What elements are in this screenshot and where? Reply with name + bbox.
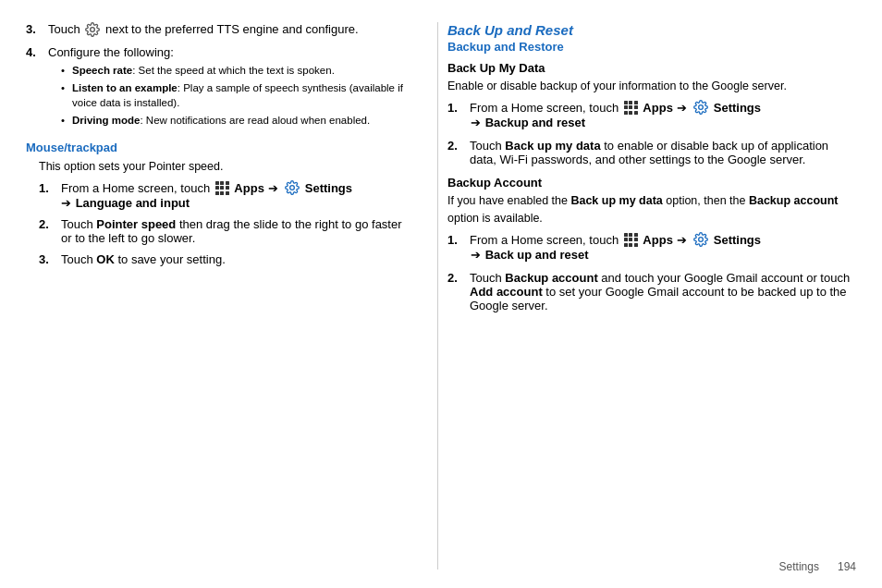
item-3-content: Touch next to the preferred TTS engine a… xyxy=(48,22,410,38)
apps-grid-icon xyxy=(215,181,229,195)
backup-my-data-para: Enable or disable backup of your informa… xyxy=(447,78,856,95)
item-3-num: 3. xyxy=(26,22,44,36)
ba-apps-label: Apps xyxy=(643,233,676,247)
item-3-text-post: next to the preferred TTS engine and con… xyxy=(105,22,359,36)
bullet-item-1: Speech rate: Set the speed at which the … xyxy=(61,63,410,78)
svg-point-2 xyxy=(699,105,704,110)
footer: Settings 194 xyxy=(779,560,856,573)
mouse-item-3-content: Touch OK to save your setting. xyxy=(61,252,410,266)
left-column: 3. Touch next to the preferred TTS engin… xyxy=(26,22,437,570)
backup-item-2-content: Touch Back up my data to enable or disab… xyxy=(470,139,856,166)
ba-item-2-pre: Touch xyxy=(470,271,505,285)
settings-gear-icon xyxy=(285,180,300,195)
mouse-item-2-pre: Touch xyxy=(61,217,96,231)
item-4-text: Configure the following: xyxy=(48,45,174,59)
mouse-item-3: 3. Touch OK to save your setting. xyxy=(39,252,410,266)
backup-my-data-bold: Back up my data xyxy=(570,194,662,207)
backup-account-term: Backup account xyxy=(505,271,597,285)
mouse-item-3-post: to save your setting. xyxy=(115,252,226,266)
backup-account-item-1-num: 1. xyxy=(447,233,466,247)
mouse-item-1-num: 1. xyxy=(39,181,57,195)
add-account-term: Add account xyxy=(470,285,543,299)
page: 3. Touch next to the preferred TTS engin… xyxy=(0,0,882,588)
backup-arrow-2: ➔ xyxy=(471,116,481,129)
svg-point-3 xyxy=(699,238,704,242)
backup-account-mid: option, then the xyxy=(663,194,749,207)
backup-account-item-1-content: From a Home screen, touch Apps ➔ Setting… xyxy=(470,233,856,263)
bullet-list: Speech rate: Set the speed at which the … xyxy=(61,63,410,128)
mouse-apps-label: Apps xyxy=(234,181,267,195)
bullet-3-term: Driving mode xyxy=(72,115,140,126)
backup-account-pre: If you have enabled the xyxy=(447,194,570,207)
item-4-content: Configure the following: Speech rate: Se… xyxy=(48,45,410,131)
section-title: Backup and Restore xyxy=(447,40,856,54)
mouse-arrow-1: ➔ xyxy=(268,181,278,195)
ba-gear-icon xyxy=(693,232,708,247)
backup-item-1-pre: From a Home screen, touch xyxy=(470,101,622,115)
mouse-nav: Language and input xyxy=(76,196,190,210)
bullet-1-desc: : Set the speed at which the text is spo… xyxy=(132,65,335,76)
svg-point-0 xyxy=(91,27,95,31)
mouse-item-1: 1. From a Home screen, touch Apps ➔ xyxy=(39,181,410,211)
backup-account-para: If you have enabled the Back up my data … xyxy=(447,192,856,227)
backup-settings-label: Settings xyxy=(714,101,761,115)
mouse-arrow-2: ➔ xyxy=(61,196,71,210)
ba-item-1-pre: From a Home screen, touch xyxy=(470,233,622,247)
backup-item-2-pre: Touch xyxy=(470,139,505,153)
ba-arrow-2: ➔ xyxy=(471,248,481,262)
backup-item-1-content: From a Home screen, touch Apps ➔ Setting… xyxy=(470,101,856,130)
ba-arrow-1: ➔ xyxy=(677,233,687,247)
backup-account-item-2-content: Touch Backup account and touch your Goog… xyxy=(470,271,856,312)
bullet-3-desc: : New notifications are read aloud when … xyxy=(140,115,370,126)
backup-nav-1: Backup and reset xyxy=(485,116,585,129)
ok-term: OK xyxy=(96,252,115,266)
mouse-item-1-content: From a Home screen, touch Apps ➔ Se xyxy=(61,181,410,211)
item-3-text-pre: Touch xyxy=(48,22,83,36)
main-title: Back Up and Reset xyxy=(447,22,856,38)
backup-item-2: 2. Touch Back up my data to enable or di… xyxy=(447,139,856,166)
backup-item-2-num: 2. xyxy=(447,139,466,153)
ba-settings-label: Settings xyxy=(714,233,761,247)
mouse-item-2-num: 2. xyxy=(39,217,57,231)
left-item-3: 3. Touch next to the preferred TTS engin… xyxy=(26,22,410,38)
mouse-item-3-pre: Touch xyxy=(61,252,96,266)
mouse-settings-label: Settings xyxy=(305,181,352,195)
backup-my-data-term: Back up my data xyxy=(505,139,600,153)
backup-account-heading: Backup Account xyxy=(447,176,856,190)
right-column: Back Up and Reset Backup and Restore Bac… xyxy=(437,22,856,570)
apps-grid-icon-2 xyxy=(624,101,638,115)
ba-nav: Back up and reset xyxy=(485,248,589,262)
backup-apps-label: Apps xyxy=(643,101,676,115)
left-item-4: 4. Configure the following: Speech rate:… xyxy=(26,45,410,131)
backup-arrow-1: ➔ xyxy=(677,101,687,115)
backup-account-bold: Backup account xyxy=(749,194,839,207)
backup-account-item-2-num: 2. xyxy=(447,271,466,285)
footer-label: Settings xyxy=(779,560,819,573)
mouse-trackpad-heading: Mouse/trackpad xyxy=(26,141,410,154)
backup-item-1-num: 1. xyxy=(447,101,466,115)
mouse-item-2: 2. Touch Pointer speed then drag the sli… xyxy=(39,217,410,245)
mouse-item-3-num: 3. xyxy=(39,252,57,266)
bullet-2-term: Listen to an example xyxy=(72,82,178,93)
backup-my-data-heading: Back Up My Data xyxy=(447,61,856,75)
backup-account-item-1: 1. From a Home screen, touch Apps ➔ Sett… xyxy=(447,233,856,263)
mouse-item-1-pre: From a Home screen, touch xyxy=(61,181,214,195)
mouse-intro: This option sets your Pointer speed. xyxy=(39,158,410,176)
backup-account-end: option is available. xyxy=(447,212,543,225)
mouse-trackpad-section: Mouse/trackpad This option sets your Poi… xyxy=(26,141,410,266)
bullet-item-2: Listen to an example: Play a sample of s… xyxy=(61,80,410,110)
backup-item-1: 1. From a Home screen, touch Apps ➔ Sett… xyxy=(447,101,856,130)
item-4-num: 4. xyxy=(26,45,44,59)
svg-point-1 xyxy=(290,186,295,190)
pointer-speed-term: Pointer speed xyxy=(96,217,176,231)
gear-icon xyxy=(85,22,100,37)
mouse-item-2-content: Touch Pointer speed then drag the slide … xyxy=(61,217,410,245)
backup-account-item-2: 2. Touch Backup account and touch your G… xyxy=(447,271,856,312)
bullet-item-3: Driving mode: New notifications are read… xyxy=(61,113,410,128)
footer-page: 194 xyxy=(838,560,856,573)
apps-grid-icon-3 xyxy=(624,233,638,247)
backup-gear-icon xyxy=(693,100,708,115)
bullet-1-term: Speech rate xyxy=(72,65,132,76)
ba-item-2-mid: and touch your Google Gmail account or t… xyxy=(598,271,850,285)
